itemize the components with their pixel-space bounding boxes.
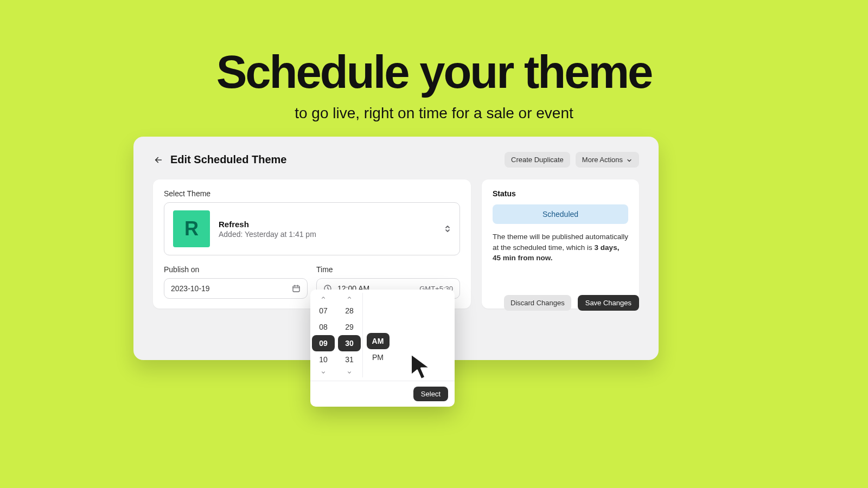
back-arrow-icon[interactable] <box>153 155 164 165</box>
hero-title: Schedule your theme <box>0 49 868 95</box>
hour-up-icon[interactable] <box>321 293 326 303</box>
time-label: Time <box>316 265 460 274</box>
publish-date-value: 2023-10-19 <box>171 284 286 293</box>
save-changes-button[interactable]: Save Changes <box>578 295 639 311</box>
more-actions-button[interactable]: More Actions <box>576 152 639 168</box>
select-sorter-icon <box>444 224 451 234</box>
theme-name: Refresh <box>219 220 316 229</box>
ampm-spinner: AMPM <box>362 293 391 377</box>
more-actions-label: More Actions <box>582 156 623 164</box>
chevron-down-icon <box>626 157 633 164</box>
minute-up-icon[interactable] <box>347 293 352 303</box>
select-button[interactable]: Select <box>413 387 448 401</box>
publish-on-label: Publish on <box>164 265 308 274</box>
status-text: The theme will be published automaticall… <box>493 232 628 264</box>
hour-down-icon[interactable] <box>321 368 326 377</box>
minute-option[interactable]: 28 <box>338 303 361 319</box>
time-picker-popover: 07080910 28293031 AMPM Select <box>310 290 455 407</box>
theme-thumbnail: R <box>173 210 210 247</box>
create-duplicate-button[interactable]: Create Duplicate <box>505 152 570 168</box>
minute-option[interactable]: 29 <box>338 319 361 335</box>
cursor-icon <box>408 352 441 387</box>
hour-option[interactable]: 09 <box>312 335 335 351</box>
calendar-icon <box>292 284 301 293</box>
ampm-option[interactable]: AM <box>367 333 390 349</box>
select-theme-label: Select Theme <box>164 189 460 198</box>
hour-option[interactable]: 10 <box>312 351 335 368</box>
hero-subtitle: to go live, right on time for a sale or … <box>0 105 868 122</box>
svg-rect-0 <box>293 286 299 292</box>
publish-date-input[interactable]: 2023-10-19 <box>164 278 308 299</box>
hour-option[interactable]: 08 <box>312 319 335 335</box>
hour-spinner: 07080910 <box>310 293 336 377</box>
minute-spinner: 28293031 <box>336 293 362 377</box>
theme-added: Added: Yesterday at 1:41 pm <box>219 230 316 239</box>
ampm-option[interactable]: PM <box>367 349 390 365</box>
minute-option[interactable]: 30 <box>338 335 361 351</box>
status-label: Status <box>493 189 628 198</box>
hour-option[interactable]: 07 <box>312 303 335 319</box>
status-card: Status Scheduled The theme will be publi… <box>482 179 639 309</box>
page-title: Edit Scheduled Theme <box>170 153 286 166</box>
minute-down-icon[interactable] <box>347 368 352 377</box>
discard-changes-button[interactable]: Discard Changes <box>504 295 571 311</box>
minute-option[interactable]: 31 <box>338 351 361 368</box>
titlebar: Edit Scheduled Theme Create Duplicate Mo… <box>153 152 639 168</box>
status-badge: Scheduled <box>493 204 628 224</box>
theme-select[interactable]: R Refresh Added: Yesterday at 1:41 pm <box>164 202 460 255</box>
